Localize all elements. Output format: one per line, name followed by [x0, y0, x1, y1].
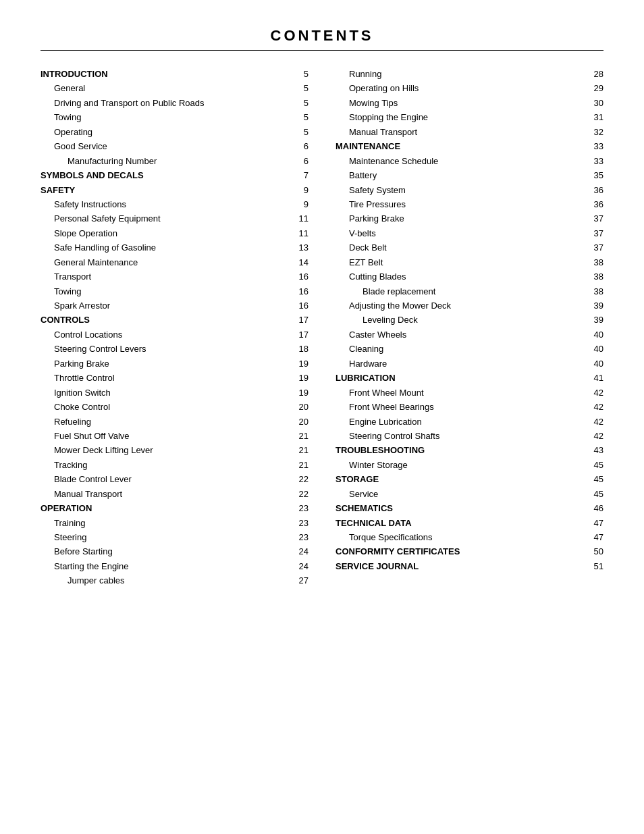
toc-entry: Battery 35 — [336, 168, 603, 182]
toc-entry: Adjusting the Mower Deck 39 — [336, 298, 603, 313]
entry-dots — [383, 76, 590, 77]
entry-label: Torque Specifications — [336, 530, 435, 544]
entry-dots — [400, 105, 590, 106]
entry-label: Good Service — [41, 139, 109, 153]
toc-entry: SERVICE JOURNAL 51 — [336, 559, 603, 573]
toc-entry: OPERATION 23 — [41, 501, 308, 515]
entry-dots — [83, 294, 295, 294]
entry-page: 7 — [295, 168, 308, 182]
entry-dots — [410, 467, 590, 468]
toc-entry: SAFETY 9 — [41, 183, 308, 197]
entry-page: 33 — [590, 154, 603, 168]
toc-entry: Throttle Control 19 — [41, 371, 308, 385]
entry-dots — [414, 525, 590, 526]
entry-page: 38 — [590, 269, 603, 284]
entry-label: Hardware — [336, 357, 389, 371]
entry-page: 23 — [295, 530, 308, 544]
toc-entry: TECHNICAL DATA 47 — [336, 516, 603, 530]
left-column: INTRODUCTION 5 General 5 Driving and Tra… — [41, 67, 308, 588]
entry-page: 45 — [590, 472, 603, 486]
entry-label: Before Starting — [41, 544, 115, 558]
toc-entry: V-belts 37 — [336, 226, 603, 240]
entry-dots — [110, 76, 295, 77]
entry-label: TECHNICAL DATA — [336, 516, 414, 530]
entry-page: 19 — [295, 357, 308, 371]
toc-entry: Steering Control Levers 18 — [41, 342, 308, 356]
entry-page: 39 — [590, 298, 603, 313]
toc-entry: Service 45 — [336, 487, 603, 501]
toc-entry: Spark Arrestor 16 — [41, 298, 308, 313]
toc-entry: Safety System 36 — [336, 183, 603, 197]
entry-dots — [113, 395, 295, 396]
entry-dots — [131, 569, 295, 569]
toc-entry: Mowing Tips 30 — [336, 96, 603, 110]
entry-page: 5 — [295, 110, 308, 124]
entry-page: 5 — [295, 96, 308, 110]
entry-label: Front Wheel Mount — [336, 386, 426, 400]
entry-dots — [420, 322, 590, 323]
entry-page: 5 — [295, 67, 308, 81]
entry-label: Spark Arrestor — [41, 298, 112, 313]
toc-entry: Towing 16 — [41, 284, 308, 298]
entry-label: CONFORMITY CERTIFICATES — [336, 544, 462, 558]
entry-dots — [421, 569, 590, 569]
entry-label: Driving and Transport on Public Roads — [41, 96, 207, 110]
entry-dots — [109, 149, 295, 149]
entry-dots — [89, 467, 295, 468]
entry-page: 37 — [590, 226, 603, 240]
toc-entry: General Maintenance 14 — [41, 255, 308, 269]
entry-dots — [94, 511, 295, 511]
entry-page: 11 — [295, 211, 308, 226]
entry-dots — [124, 496, 295, 497]
entry-page: 32 — [590, 125, 603, 139]
entry-label: Cleaning — [336, 342, 385, 356]
entry-label: Front Wheel Bearings — [336, 400, 436, 414]
title-divider — [41, 50, 603, 51]
entry-dots — [381, 481, 590, 482]
entry-dots — [155, 452, 295, 453]
entry-page: 42 — [590, 386, 603, 400]
entry-page: 22 — [295, 472, 308, 486]
toc-entry: SYMBOLS AND DECALS 7 — [41, 168, 308, 182]
entry-dots — [408, 337, 590, 338]
entry-page: 40 — [590, 342, 603, 356]
entry-dots — [207, 105, 295, 106]
entry-label: Adjusting the Mower Deck — [336, 298, 453, 313]
entry-page: 47 — [590, 530, 603, 544]
entry-dots — [112, 308, 295, 309]
toc-entry: Personal Safety Equipment 11 — [41, 211, 308, 226]
toc-entry: General 5 — [41, 81, 308, 95]
entry-label: Engine Lubrication — [336, 415, 424, 429]
toc-entry: Running 28 — [336, 67, 603, 81]
toc-entry: Safe Handling of Gasoline 13 — [41, 240, 308, 255]
toc-entry: Winter Storage 45 — [336, 458, 603, 472]
entry-label: Steering — [41, 530, 88, 544]
entry-page: 40 — [590, 357, 603, 371]
entry-page: 28 — [590, 67, 603, 81]
entry-page: 17 — [295, 313, 308, 327]
toc-entry: Mower Deck Lifting Lever 21 — [41, 443, 308, 457]
entry-page: 19 — [295, 386, 308, 400]
entry-dots — [398, 380, 590, 381]
entry-label: CONTROLS — [41, 313, 92, 327]
entry-dots — [389, 366, 590, 367]
entry-page: 20 — [295, 415, 308, 429]
entry-dots — [93, 279, 295, 280]
entry-label: Training — [41, 516, 87, 530]
entry-dots — [435, 540, 590, 540]
toc-entry: Cleaning 40 — [336, 342, 603, 356]
entry-label: Personal Safety Equipment — [41, 211, 163, 226]
entry-page: 51 — [590, 559, 603, 573]
entry-label: Control Locations — [41, 328, 124, 342]
entry-label: Safety System — [336, 183, 408, 197]
entry-label: Choke Control — [41, 400, 112, 414]
entry-page: 36 — [590, 197, 603, 211]
entry-label: Caster Wheels — [336, 328, 408, 342]
entry-dots — [124, 337, 295, 338]
toc-entry: LUBRICATION 41 — [336, 371, 603, 385]
entry-dots — [421, 90, 590, 91]
entry-page: 14 — [295, 255, 308, 269]
toc-entry: Hardware 40 — [336, 357, 603, 371]
entry-page: 37 — [590, 211, 603, 226]
entry-page: 16 — [295, 269, 308, 284]
